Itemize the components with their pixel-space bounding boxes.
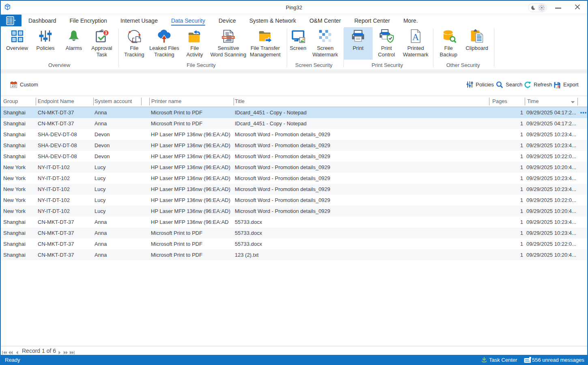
svg-text:3: 3 [105,30,107,35]
svg-text:A: A [412,32,419,42]
svg-text:A: A [556,84,560,88]
svg-text:23: 23 [12,84,16,88]
